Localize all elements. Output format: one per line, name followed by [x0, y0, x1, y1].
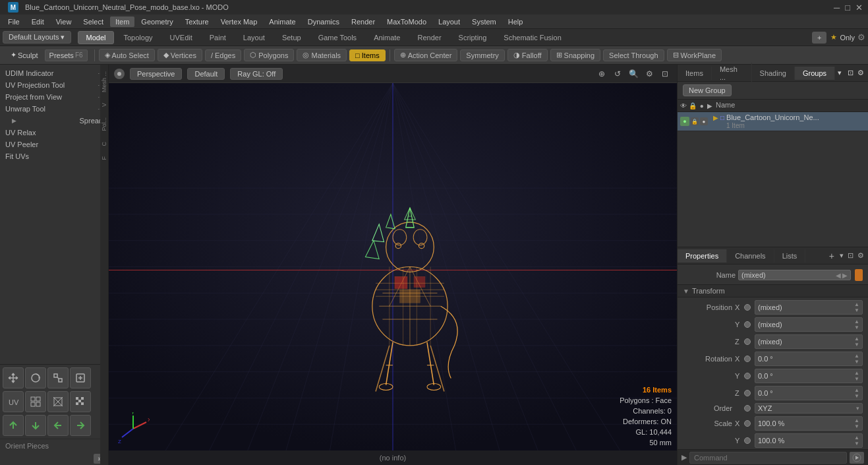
rot-z-up[interactable]: ▲: [854, 387, 859, 393]
viewport[interactable]: Perspective Default Ray GL: Off ⊕ ↺ 🔍 ⚙ …: [109, 65, 677, 465]
tab-animate[interactable]: Animate: [366, 32, 408, 44]
tool-unwrap[interactable]: Unwrap Tool ···: [0, 103, 108, 115]
name-right-icon[interactable]: ▶: [842, 272, 848, 279]
rot-z-down[interactable]: ▼: [854, 393, 859, 399]
tool-projectfromview[interactable]: Project from View ···: [0, 91, 108, 103]
items-button[interactable]: □ Items: [349, 49, 386, 61]
menu-file[interactable]: File: [3, 16, 25, 27]
pos-z-up[interactable]: ▲: [854, 336, 859, 342]
icon-mesh[interactable]: [47, 391, 69, 412]
transform-section[interactable]: ▼ Transform: [678, 284, 868, 297]
props-tab-lists[interactable]: Lists: [774, 249, 806, 263]
name-left-icon[interactable]: ◀: [836, 272, 841, 279]
viewport-menu-button[interactable]: [114, 69, 125, 79]
scale-x-input[interactable]: 100.0 % ▲ ▼: [755, 416, 863, 431]
command-run-button[interactable]: [850, 452, 864, 464]
rot-y-up[interactable]: ▲: [854, 370, 859, 376]
command-input[interactable]: [689, 452, 847, 464]
right-tab-gear[interactable]: ⚙: [856, 69, 865, 78]
tab-uvedit[interactable]: UVEdit: [162, 32, 200, 44]
layout-preset[interactable]: Default Layouts ▾: [3, 31, 71, 44]
vertices-button[interactable]: ◆ Vertices: [158, 49, 202, 61]
right-tab-maximize[interactable]: ⊡: [846, 69, 855, 78]
minimize-button[interactable]: ─: [834, 3, 840, 13]
presets-button[interactable]: Presets F6: [45, 49, 88, 61]
menu-animate[interactable]: Animate: [264, 16, 301, 27]
symmetry-button[interactable]: Symmetry: [460, 49, 505, 61]
rot-x-circle[interactable]: [744, 356, 751, 362]
icon-checker[interactable]: [70, 391, 91, 412]
scale-x-circle[interactable]: [744, 420, 751, 427]
rot-x-up[interactable]: ▲: [854, 353, 859, 359]
scale-y-input[interactable]: 100.0 % ▲ ▼: [755, 433, 863, 448]
pos-x-down[interactable]: ▼: [854, 307, 859, 313]
strip-c-label[interactable]: C: [100, 140, 109, 148]
props-add-button[interactable]: +: [825, 249, 838, 263]
strip-pol-label[interactable]: Pol...: [100, 116, 109, 133]
workplane-button[interactable]: ⊟ WorkPlane: [667, 49, 722, 61]
props-maximize-icon[interactable]: ⊡: [846, 250, 855, 261]
default-button[interactable]: Default: [187, 68, 225, 80]
group-render-icon[interactable]: ●: [700, 117, 708, 125]
icon-rotate[interactable]: [25, 367, 46, 388]
tool-uvprojection[interactable]: UV Projection Tool ···: [0, 79, 108, 91]
menu-layout[interactable]: Layout: [433, 16, 465, 27]
right-tab-chevron[interactable]: ▾: [835, 69, 844, 78]
tab-setup[interactable]: Setup: [274, 32, 309, 44]
pos-x-circle[interactable]: [744, 304, 751, 311]
rot-z-input[interactable]: 0.0 ° ▲ ▼: [755, 386, 863, 400]
rot-y-input[interactable]: 0.0 ° ▲ ▼: [755, 369, 863, 383]
falloff-button[interactable]: ◑ Falloff: [507, 49, 548, 61]
icon-uv1[interactable]: UV: [3, 391, 24, 412]
menu-select[interactable]: Select: [78, 16, 109, 27]
menu-system[interactable]: System: [467, 16, 502, 27]
menu-help[interactable]: Help: [503, 16, 529, 27]
rot-y-down[interactable]: ▼: [854, 376, 859, 382]
icon-up[interactable]: [3, 415, 24, 436]
icon-down[interactable]: [25, 415, 46, 436]
pos-z-down[interactable]: ▼: [854, 342, 859, 348]
materials-button[interactable]: ◎ Materials: [297, 49, 347, 61]
raygl-button[interactable]: Ray GL: Off: [230, 68, 283, 80]
auto-select-button[interactable]: ◈ Auto Select: [99, 49, 155, 61]
menu-dynamics[interactable]: Dynamics: [303, 16, 345, 27]
add-layout-button[interactable]: +: [812, 32, 826, 44]
icon-grid[interactable]: [25, 391, 46, 412]
gear-icon[interactable]: ⚙: [643, 67, 656, 80]
tool-udim[interactable]: UDIM Indicator ···: [0, 67, 108, 79]
maximize-button[interactable]: □: [845, 3, 850, 13]
menu-view[interactable]: View: [51, 16, 77, 27]
menu-geometry[interactable]: Geometry: [136, 16, 178, 27]
pos-y-up[interactable]: ▲: [854, 319, 859, 325]
tab-items[interactable]: Items: [678, 67, 712, 80]
pos-y-circle[interactable]: [744, 321, 751, 328]
maximize-icon[interactable]: ⊡: [658, 67, 672, 80]
select-through-button[interactable]: Select Through: [603, 49, 664, 61]
tab-model[interactable]: Model: [78, 31, 115, 44]
icon-right[interactable]: [70, 415, 91, 436]
icon-scale[interactable]: [47, 367, 69, 388]
tab-scripting[interactable]: Scripting: [451, 32, 495, 44]
rot-x-down[interactable]: ▼: [854, 359, 859, 365]
pos-x-input[interactable]: (mixed) ▲ ▼: [755, 300, 863, 315]
tab-shading[interactable]: Shading: [752, 67, 795, 80]
snapping-button[interactable]: ⊞ Snapping: [550, 49, 601, 61]
rot-x-input[interactable]: 0.0 ° ▲ ▼: [755, 352, 863, 366]
tool-spread[interactable]: ▶ Spread: [0, 115, 108, 127]
props-gear-icon[interactable]: ⚙: [856, 250, 865, 261]
tab-schematic[interactable]: Schematic Fusion: [496, 32, 569, 44]
menu-edit[interactable]: Edit: [26, 16, 49, 27]
new-group-button[interactable]: New Group: [683, 84, 732, 96]
pos-y-down[interactable]: ▼: [854, 325, 859, 330]
order-select[interactable]: XYZ ▾: [755, 403, 863, 414]
tool-uvpeeler[interactable]: UV Peeler: [0, 139, 108, 150]
tab-render[interactable]: Render: [409, 32, 449, 44]
group-eye-icon[interactable]: ●: [680, 117, 689, 126]
props-tab-channels[interactable]: Channels: [727, 249, 774, 263]
group-expand-icon[interactable]: ▶: [713, 114, 718, 121]
tab-topology[interactable]: Topology: [115, 32, 160, 44]
scale-x-down[interactable]: ▼: [854, 423, 859, 429]
pos-y-input[interactable]: (mixed) ▲ ▼: [755, 317, 863, 332]
menu-maxtomodo[interactable]: MaxToModo: [382, 16, 432, 27]
menu-vertexmap[interactable]: Vertex Map: [216, 16, 263, 27]
